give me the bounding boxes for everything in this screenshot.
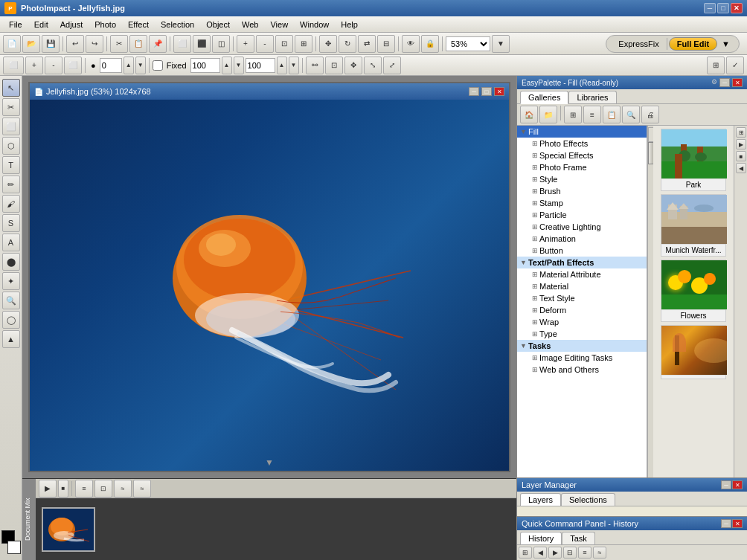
menu-view[interactable]: View xyxy=(264,19,294,30)
grid-button[interactable]: ⊞ xyxy=(707,57,725,74)
play-button[interactable]: ▶ xyxy=(39,480,57,498)
menu-effect[interactable]: Effect xyxy=(122,19,155,30)
canvas-content[interactable]: ▼ xyxy=(30,100,509,471)
menu-photo[interactable]: Photo xyxy=(89,19,122,30)
preview-autumn[interactable] xyxy=(661,325,726,379)
qcp-minimize[interactable]: ─ xyxy=(721,519,731,528)
tree-item-button[interactable]: ⊞ Button xyxy=(517,245,647,257)
snap-button[interactable]: ✓ xyxy=(726,57,744,74)
width-up[interactable]: ▲ xyxy=(222,57,232,74)
shape-tool[interactable]: ⬡ xyxy=(2,137,20,155)
tree-item-wrap[interactable]: ⊞ Wrap xyxy=(517,316,647,328)
rotate-button[interactable]: ↻ xyxy=(339,35,356,53)
eraser-tool[interactable]: A xyxy=(2,234,20,251)
tree-item-stamp[interactable]: ⊞ Stamp xyxy=(517,197,647,209)
ep-close[interactable]: ✕ xyxy=(732,78,743,87)
save-button[interactable]: 💾 xyxy=(42,35,60,53)
select-all-button[interactable]: ⬜ xyxy=(173,35,191,53)
tree-item-tasks[interactable]: ▼ Tasks xyxy=(517,340,647,352)
menu-object[interactable]: Object xyxy=(200,19,236,30)
ep-side-btn4[interactable]: ◀ xyxy=(736,163,746,173)
open-button[interactable]: 📂 xyxy=(22,35,40,53)
angle-down[interactable]: ▼ xyxy=(135,57,146,74)
menu-web[interactable]: Web xyxy=(236,19,264,30)
zoom-dropdown-button[interactable]: ▼ xyxy=(492,35,510,53)
cut-button[interactable]: ✂ xyxy=(110,35,128,53)
filmstrip-btn3[interactable]: ≈ xyxy=(114,480,132,498)
zoom-out-button[interactable]: - xyxy=(256,35,274,53)
undo-button[interactable]: ↩ xyxy=(66,35,84,53)
tree-item-animation[interactable]: ⊞ Animation xyxy=(517,233,647,245)
tree-item-brush[interactable]: ⊞ Brush xyxy=(517,185,647,197)
tree-item-style[interactable]: ⊞ Style xyxy=(517,173,647,185)
aspect-lock-button[interactable]: ⚯ xyxy=(306,57,324,74)
qcp-tab-task[interactable]: Task xyxy=(562,532,595,544)
rect-select-button[interactable]: ⬜ xyxy=(64,57,82,74)
menu-selection[interactable]: Selection xyxy=(155,19,200,30)
background-color[interactable] xyxy=(7,541,21,554)
ep-minimize[interactable]: ─ xyxy=(719,78,730,87)
tree-item-type[interactable]: ⊞ Type xyxy=(517,328,647,340)
qcp-close[interactable]: ✕ xyxy=(732,519,743,528)
ep-grid-button[interactable]: ⊞ xyxy=(564,106,582,123)
lock-button[interactable]: 🔒 xyxy=(421,35,439,53)
angle-input[interactable] xyxy=(100,58,122,73)
expressfix-button[interactable]: ExpressFix xyxy=(612,38,664,50)
expand-button[interactable]: ⤡ xyxy=(364,57,382,74)
qcp-tab-history[interactable]: History xyxy=(520,532,562,544)
qcp-btn3[interactable]: ▶ xyxy=(548,547,562,559)
ep-tab-galleries[interactable]: Galleries xyxy=(520,91,568,104)
canvas-minimize[interactable]: ─ xyxy=(469,87,479,96)
tree-item-particle[interactable]: ⊞ Particle xyxy=(517,209,647,221)
crop-tool[interactable]: ✂ xyxy=(2,98,20,116)
ep-side-btn1[interactable]: ⊞ xyxy=(736,127,746,138)
tree-item-photo-frame[interactable]: ⊞ Photo Frame xyxy=(517,161,647,173)
zoom-in-button[interactable]: + xyxy=(237,35,254,53)
filmstrip-btn1[interactable]: ≡ xyxy=(75,480,93,498)
move2-button[interactable]: ✥ xyxy=(344,57,362,74)
filmstrip-btn4[interactable]: ≈ xyxy=(133,480,151,498)
paste-button[interactable]: 📌 xyxy=(149,35,167,53)
stamp-tool[interactable]: S xyxy=(2,214,20,232)
dodge-tool[interactable]: ▲ xyxy=(2,330,20,348)
align-button[interactable]: ⊟ xyxy=(377,35,395,53)
tree-item-text-style[interactable]: ⊞ Text Style xyxy=(517,292,647,304)
zoom-tool[interactable]: 🔍 xyxy=(2,292,20,309)
qcp-btn6[interactable]: ≈ xyxy=(593,547,606,559)
tree-item-photo-effects[interactable]: ⊞ Photo Effects xyxy=(517,138,647,149)
actual-button[interactable]: ⊞ xyxy=(295,35,312,53)
menu-adjust[interactable]: Adjust xyxy=(54,19,89,30)
width-down[interactable]: ▼ xyxy=(234,57,244,74)
copy-button[interactable]: 📋 xyxy=(129,35,147,53)
tree-item-fill[interactable]: ▼ Fill xyxy=(517,126,647,138)
tree-item-deform[interactable]: ⊞ Deform xyxy=(517,304,647,316)
qcp-btn4[interactable]: ⊟ xyxy=(563,547,577,559)
deselect-button[interactable]: ⬛ xyxy=(193,35,211,53)
ep-side-btn2[interactable]: ▶ xyxy=(736,139,746,149)
new-button[interactable]: 📄 xyxy=(3,35,21,53)
tree-item-image-editing-tasks[interactable]: ⊞ Image Editing Tasks xyxy=(517,352,647,364)
zoom-select[interactable]: 53% 25% 50% 100% 200% xyxy=(446,36,490,51)
height-input[interactable] xyxy=(246,58,275,73)
eye-button[interactable]: 👁 xyxy=(402,35,420,53)
lm-close[interactable]: ✕ xyxy=(732,480,743,489)
preview-flowers[interactable]: Flowers xyxy=(661,260,726,322)
preview-park[interactable]: Park xyxy=(661,129,726,191)
effect-tool[interactable]: ✦ xyxy=(2,272,20,290)
ep-side-btn3[interactable]: ■ xyxy=(736,151,746,161)
ep-details-button[interactable]: 📋 xyxy=(603,106,621,123)
select-tool[interactable]: ↖ xyxy=(2,79,20,97)
redo-button[interactable]: ↪ xyxy=(86,35,103,53)
qcp-btn1[interactable]: ⊞ xyxy=(519,547,532,559)
blur-tool[interactable]: ◯ xyxy=(2,311,20,329)
ep-print-button[interactable]: 🖨 xyxy=(641,106,659,123)
menu-window[interactable]: Window xyxy=(294,19,335,30)
tree-item-creative-lighting[interactable]: ⊞ Creative Lighting xyxy=(517,221,647,233)
pen-tool[interactable]: ✏ xyxy=(2,176,20,193)
maximize-button[interactable]: □ xyxy=(717,3,729,13)
lm-tab-layers[interactable]: Layers xyxy=(520,493,561,506)
menu-edit[interactable]: Edit xyxy=(28,19,54,30)
ep-settings-icon[interactable]: ⚙ xyxy=(711,78,717,87)
filmstrip-btn2[interactable]: ⊡ xyxy=(94,480,112,498)
ep-home-button[interactable]: 🏠 xyxy=(520,106,538,123)
